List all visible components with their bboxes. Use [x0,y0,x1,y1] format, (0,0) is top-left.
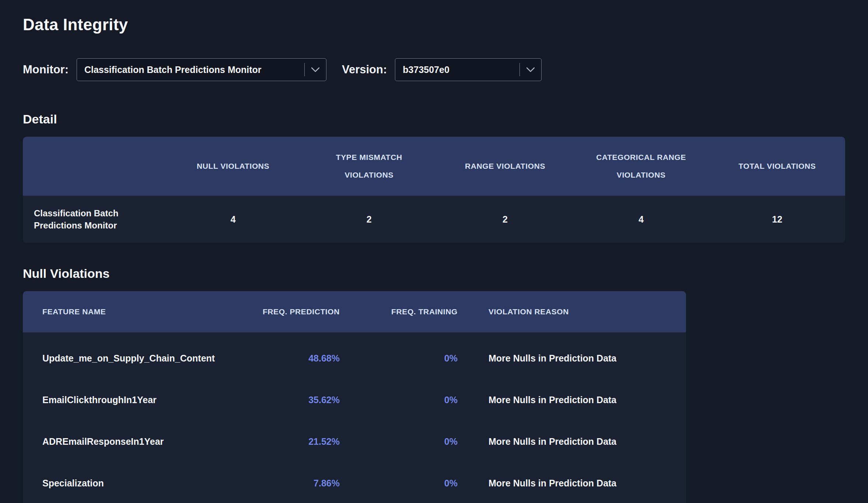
detail-heading: Detail [23,112,845,126]
detail-col-categorical-range-violations: CATEGORICAL RANGE VIOLATIONS [573,149,709,184]
violation-reason: More Nulls in Prediction Data [458,353,686,364]
version-select-value: b373507e0 [395,64,519,75]
freq-training: 0% [340,395,458,405]
detail-row-monitor-name: Classification Batch Predictions Monitor [23,207,141,231]
col-freq-training: FREQ. TRAINING [340,307,458,316]
null-violations-section: Null Violations FEATURE NAME FREQ. PREDI… [23,266,845,503]
freq-training: 0% [340,436,458,447]
detail-range-violations-value: 2 [437,214,573,225]
freq-prediction: 35.62% [255,395,340,405]
filter-bar: Monitor: Classification Batch Prediction… [23,58,845,81]
freq-prediction: 21.52% [255,436,340,447]
freq-training: 0% [340,353,458,364]
null-violations-table: FEATURE NAME FREQ. PREDICTION FREQ. TRAI… [23,291,686,503]
version-label: Version: [342,63,387,76]
freq-prediction: 7.86% [255,478,340,489]
freq-training: 0% [340,478,458,489]
col-violation-reason: VIOLATION REASON [458,307,686,316]
table-row: ADREmailResponseIn1Year 21.52% 0% More N… [23,421,686,462]
detail-table-header: NULL VIOLATIONS TYPE MISMATCH VIOLATIONS… [23,137,845,196]
detail-type-mismatch-value: 2 [301,214,437,225]
chevron-down-icon [520,67,541,73]
data-integrity-page: Data Integrity Monitor: Classification B… [0,0,868,503]
table-row: Update_me_on_Supply_Chain_Content 48.68%… [23,338,686,379]
col-freq-prediction: FREQ. PREDICTION [255,307,340,316]
detail-table: NULL VIOLATIONS TYPE MISMATCH VIOLATIONS… [23,137,845,243]
null-violations-table-body: Update_me_on_Supply_Chain_Content 48.68%… [23,332,686,503]
col-feature-name: FEATURE NAME [23,307,255,316]
feature-name: ADREmailResponseIn1Year [23,436,255,447]
detail-total-violations-value: 12 [709,214,845,225]
null-violations-table-header: FEATURE NAME FREQ. PREDICTION FREQ. TRAI… [23,291,686,332]
feature-name: EmailClickthroughIn1Year [23,395,255,405]
detail-null-violations-value: 4 [165,214,301,225]
table-row: Classification Batch Predictions Monitor… [23,196,845,243]
version-select[interactable]: b373507e0 [395,58,542,81]
page-title: Data Integrity [23,15,845,34]
freq-prediction: 48.68% [255,353,340,364]
monitor-label: Monitor: [23,63,69,76]
detail-col-null-violations: NULL VIOLATIONS [165,157,301,175]
monitor-select-value: Classification Batch Predictions Monitor [77,64,304,75]
detail-col-type-mismatch-violations: TYPE MISMATCH VIOLATIONS [301,149,437,184]
detail-col-total-violations: TOTAL VIOLATIONS [709,157,845,175]
detail-col-range-violations: RANGE VIOLATIONS [437,157,573,175]
violation-reason: More Nulls in Prediction Data [458,395,686,405]
detail-categorical-range-value: 4 [573,214,709,225]
table-row: EmailClickthroughIn1Year 35.62% 0% More … [23,379,686,421]
feature-name: Specialization [23,478,255,489]
violation-reason: More Nulls in Prediction Data [458,436,686,447]
violation-reason: More Nulls in Prediction Data [458,478,686,489]
monitor-select[interactable]: Classification Batch Predictions Monitor [77,58,326,81]
feature-name: Update_me_on_Supply_Chain_Content [23,353,255,364]
table-row: Specialization 7.86% 0% More Nulls in Pr… [23,462,686,503]
version-group: Version: b373507e0 [342,58,542,81]
detail-section: Detail NULL VIOLATIONS TYPE MISMATCH VIO… [23,112,845,243]
chevron-down-icon [305,67,326,73]
null-violations-heading: Null Violations [23,266,845,281]
